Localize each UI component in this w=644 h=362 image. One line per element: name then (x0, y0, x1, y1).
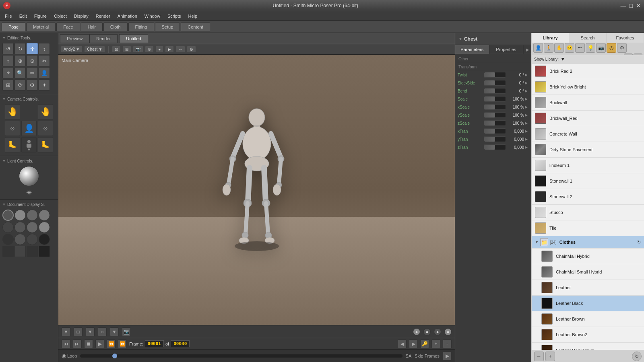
menu-item-display[interactable]: Display (71, 13, 92, 19)
lib-tab-favorites[interactable]: Favorites (607, 33, 644, 43)
menu-item-help[interactable]: Help (185, 13, 201, 19)
lib-item-tile[interactable]: Tile (532, 220, 644, 236)
viewport-canvas[interactable]: Main Camera (58, 55, 455, 325)
display-btn-9[interactable] (2, 234, 14, 245)
toolbar-btn-8[interactable]: ⚙ (187, 46, 196, 53)
tool-dot-circle[interactable]: ⊙ (27, 55, 38, 66)
lib-btn-material[interactable]: ◎ (607, 43, 616, 53)
toolbar-btn-1[interactable]: ⊡ (112, 46, 121, 53)
param-arrow-5[interactable]: ▶ (524, 113, 529, 117)
tool-figure[interactable]: 👤 (39, 67, 50, 78)
lib-bottom-back[interactable]: ← (534, 352, 544, 361)
tool-circle[interactable]: ⊕ (14, 55, 26, 66)
display-btn-7[interactable] (27, 222, 38, 233)
tool-move-up[interactable]: ↑ (2, 55, 14, 66)
tl-back[interactable]: ◀ (398, 339, 407, 348)
maximize-btn[interactable]: □ (630, 2, 633, 9)
lib-item-dirty-stone-pavement[interactable]: Dirty Stone Pavement (532, 142, 644, 158)
lib-item-stonewall-2[interactable]: Stonewall 2 (532, 189, 644, 205)
tl-stop[interactable]: ⏹ (84, 339, 93, 348)
menu-item-object[interactable]: Object (51, 13, 70, 19)
vb-circle-4[interactable]: ● (444, 328, 452, 335)
display-btn-16[interactable] (39, 246, 50, 257)
tab-fitting[interactable]: Fitting (128, 23, 154, 31)
display-btn-11[interactable] (27, 234, 38, 245)
params-expand-arrow[interactable]: ▶ (523, 45, 531, 54)
param-arrow-3[interactable]: ▶ (524, 97, 529, 101)
param-slider-1[interactable] (484, 80, 506, 86)
param-slider-9[interactable] (484, 144, 506, 150)
param-slider-2[interactable] (484, 88, 506, 94)
tool-gear[interactable]: ⚙ (27, 79, 38, 90)
lib-folder-item-chainmail-hybrid[interactable]: ChainMail Hybrid (532, 249, 644, 264)
vb-circle-1[interactable]: ● (413, 328, 420, 335)
tool-star[interactable]: ✦ (39, 79, 50, 90)
vb-btn-square[interactable]: □ (74, 327, 83, 336)
lib-show-dropdown[interactable]: ▼ (560, 56, 565, 62)
lib-tab-library[interactable]: Library (532, 33, 569, 43)
lib-tab-search[interactable]: Search (569, 33, 607, 43)
lib-folder-item-chainmail-small-hybrid[interactable]: ChainMail Small Hybrid (532, 264, 644, 280)
menu-item-edit[interactable]: Edit (16, 13, 30, 19)
lib-btn-camera2[interactable]: 📷 (596, 43, 606, 53)
lib-item-stucco[interactable]: Stucco (532, 205, 644, 220)
tool-grid-2[interactable]: ⊞ (2, 79, 14, 90)
toolbar-btn-6[interactable]: ▶ (165, 46, 174, 53)
tool-sync[interactable]: ⟳ (14, 79, 26, 90)
camera-ring2[interactable]: ⊙ (38, 121, 53, 136)
folder-refresh-btn[interactable]: ↻ (637, 240, 641, 245)
lib-item-linoleum-1[interactable]: linoleum 1 (532, 158, 644, 173)
display-btn-12[interactable] (39, 234, 50, 245)
display-btn-8[interactable] (39, 222, 50, 233)
lib-btn-light[interactable]: 💡 (586, 43, 595, 53)
window-controls[interactable]: — □ ✕ (621, 2, 641, 9)
lib-folder-clothes[interactable]: ▼ 📁 [24] Clothes ↻ (532, 236, 644, 249)
toolbar-btn-4[interactable]: ⊙ (145, 46, 154, 53)
loop-option[interactable]: ◉ Loop (62, 353, 77, 359)
param-slider-5[interactable] (484, 112, 506, 118)
toolbar-btn-5[interactable]: ● (155, 46, 163, 53)
viewport-tab-preview[interactable]: Preview (60, 34, 89, 43)
tl-minus[interactable]: - (443, 339, 452, 348)
toolbar-btn-2[interactable]: ⊞ (122, 46, 131, 53)
breadcrumb-andy2[interactable]: Andy2 ▼ (61, 46, 83, 53)
vb-circle-2[interactable]: ● (423, 328, 431, 335)
param-arrow-4[interactable]: ▶ (524, 105, 529, 109)
menu-item-figure[interactable]: Figure (31, 13, 50, 19)
display-btn-3[interactable] (27, 210, 38, 221)
display-btn-2[interactable] (14, 210, 26, 221)
toolbar-btn-3[interactable]: 📷 (133, 46, 143, 53)
tab-pose[interactable]: Pose (2, 23, 25, 31)
lib-refresh-btn[interactable]: ↻ (632, 352, 642, 361)
param-slider-3[interactable] (484, 96, 506, 102)
camera-body[interactable] (21, 137, 37, 152)
tl-rewind[interactable]: ⏪ (107, 339, 116, 348)
camera-hand-left[interactable]: 🤚 (5, 104, 20, 119)
lib-folder-item-leather-brown[interactable]: Leather Brown (532, 311, 644, 327)
param-arrow-2[interactable]: ▶ (524, 89, 529, 93)
camera-foot-left[interactable]: 🦶 (5, 137, 20, 152)
camera-ring[interactable]: ⊙ (5, 121, 20, 136)
tl-prev[interactable]: ⏭ (73, 339, 82, 348)
param-slider-0[interactable] (484, 72, 506, 78)
camera-foot-right[interactable]: 🦶 (38, 137, 53, 152)
menu-item-animation[interactable]: Animation (114, 13, 140, 19)
param-arrow-7[interactable]: ▶ (524, 129, 529, 133)
display-btn-5[interactable] (2, 222, 14, 233)
lib-folder-item-leather[interactable]: Leather (532, 280, 644, 296)
display-btn-15[interactable] (27, 246, 38, 257)
lib-item-brickwall-red[interactable]: Brickwall_Red (532, 111, 644, 126)
param-arrow-6[interactable]: ▶ (524, 121, 529, 125)
timeline-slider[interactable] (80, 354, 402, 358)
tl-next-end[interactable]: ⏩ (118, 339, 127, 348)
params-tab-properties[interactable]: Properties (489, 45, 524, 54)
lib-btn-figure[interactable]: 👤 (533, 43, 543, 53)
close-btn[interactable]: ✕ (636, 2, 641, 9)
tool-crosshair[interactable]: ⌖ (2, 67, 14, 78)
tool-edit[interactable]: ✏ (27, 67, 38, 78)
param-arrow-0[interactable]: ▶ (524, 73, 529, 77)
lib-btn-face[interactable]: 😐 (565, 43, 574, 53)
light-controls-header[interactable]: Light Controls. (2, 158, 56, 165)
lib-item-brick-yellow-bright[interactable]: Brick Yellow Bright (532, 79, 644, 95)
tab-cloth[interactable]: Cloth (103, 23, 128, 31)
